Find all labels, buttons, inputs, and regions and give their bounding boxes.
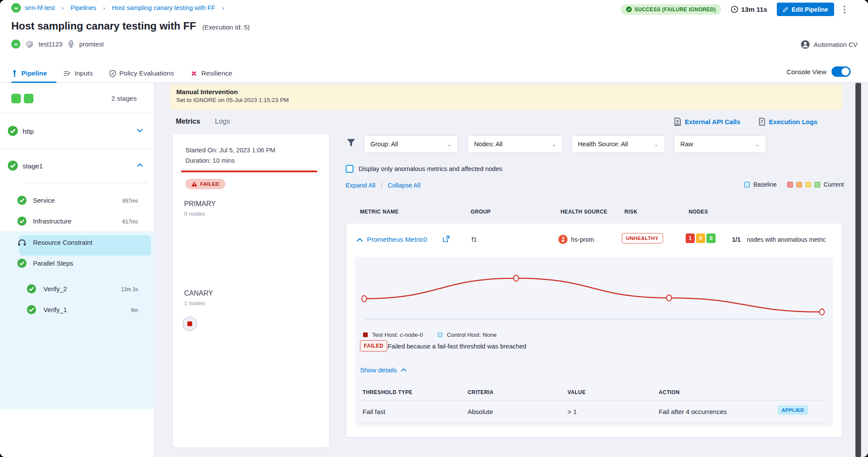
pipeline-icon (11, 70, 18, 77)
verification-duration: Duration: 10 mins (185, 155, 235, 166)
applied-badge: APPLIED (778, 405, 808, 415)
threshold-row: Fail fast Absolute > 1 Fail after 4 occu… (355, 400, 833, 423)
anomalous-only-label: Display only anomalous metrics and affec… (359, 165, 502, 172)
progress-bar-failed (181, 171, 317, 172)
nodes-filter-dropdown[interactable]: Nodes: All⌄ (468, 135, 563, 153)
sidebar-stage-stage1[interactable]: stage1 (0, 148, 155, 183)
health-source-filter-dropdown[interactable]: Health Source: All⌄ (571, 135, 665, 153)
triggered-by: Automation CV (801, 40, 858, 49)
more-options-menu-icon[interactable] (844, 6, 845, 13)
sidebar-step-resource-constraint[interactable]: Resource Constraint (0, 233, 155, 253)
collapse-metric-chevron-up-icon[interactable] (356, 238, 363, 242)
tab-resilience[interactable]: Resilience (190, 64, 232, 83)
chevron-down-icon: ⌄ (654, 141, 659, 148)
expand-all-link[interactable]: Expand All (346, 182, 376, 189)
anomalous-only-checkbox[interactable] (346, 165, 353, 173)
show-details-toggle[interactable]: Show details (360, 366, 406, 374)
harness-logo-icon: ∞ (11, 39, 20, 49)
tab-metrics[interactable]: Metrics (176, 118, 200, 125)
primary-label: PRIMARY (184, 200, 216, 208)
value-cell: > 1 (568, 408, 577, 415)
data-mode-dropdown[interactable]: Raw⌄ (674, 135, 766, 153)
canary-node-count: 1 nodes (184, 300, 205, 306)
breadcrumb-pipelines[interactable]: Pipelines (71, 4, 96, 11)
control-host-legend: Control Host: None (447, 332, 497, 338)
test-host-legend: Test Host: c-node-0 (372, 332, 423, 338)
tab-inputs[interactable]: Inputs (63, 64, 92, 83)
page-title: Host sampling canary testing with FF (Ex… (11, 20, 250, 32)
step-label: Verify_1 (43, 306, 67, 313)
baseline-legend-swatch (744, 182, 750, 187)
sidebar-step-verify-2[interactable]: Verify_2 13m 3s (0, 279, 155, 299)
breadcrumb-separator: › (62, 5, 63, 11)
banner-subtitle: Set to IGNORE on 05-Jul-2023 1:15:23 PM (176, 97, 836, 103)
execution-sidebar: 2 stages http stage1 Service 857ms Infra… (0, 83, 155, 457)
vertical-scrollbar[interactable] (855, 83, 861, 457)
col-threshold-type: THRESHOLD TYPE (363, 389, 413, 395)
console-view-label: Console View (787, 68, 826, 76)
metric-name-link[interactable]: Prometheus Metric0 (367, 236, 427, 243)
manual-intervention-banner: Manual Intervention Set to IGNORE on 05-… (170, 84, 842, 110)
col-group: GROUP (471, 209, 491, 215)
col-nodes: NODES (689, 209, 708, 215)
chevron-down-icon: ⌄ (755, 141, 760, 148)
verification-status-pill: FAILED (185, 179, 225, 189)
api-document-icon: API (674, 118, 681, 126)
console-view-toggle[interactable] (832, 66, 851, 77)
baseline-legend-label: Baseline (753, 181, 777, 188)
filter-funnel-icon[interactable] (347, 138, 356, 148)
collapse-all-link[interactable]: Collapse All (388, 182, 421, 189)
sidebar-stage-http[interactable]: http (0, 113, 155, 148)
col-value: VALUE (568, 389, 586, 395)
external-link-icon[interactable] (443, 236, 449, 242)
expand-collapse-controls: Expand All | Collapse All (346, 181, 420, 189)
header-actions: SUCCESS (FAILURE IGNORED) 13m 11s Edit P… (621, 3, 845, 16)
tab-logs[interactable]: Logs (215, 118, 230, 125)
step-duration: 13m 3s (121, 286, 138, 293)
col-metric-name: METRIC NAME (360, 209, 399, 215)
prometheus-icon (558, 235, 568, 244)
step-label: Service (33, 197, 55, 204)
stage-label: stage1 (23, 162, 43, 170)
group-filter-dropdown[interactable]: Group: All⌄ (364, 135, 458, 153)
tab-pipeline[interactable]: Pipeline (11, 64, 47, 83)
environment-name: promtest (79, 41, 104, 48)
external-api-calls-link[interactable]: API External API Calls (674, 118, 740, 126)
metric-group: f1 (472, 236, 477, 243)
breadcrumb-separator: › (103, 5, 105, 11)
sidebar-step-service[interactable]: Service 857ms (0, 191, 155, 210)
analysis-failed-badge: FAILED (360, 340, 387, 352)
node-count-green: 0 (706, 233, 716, 243)
sidebar-step-infrastructure[interactable]: Infrastructure 617ms (0, 211, 155, 231)
step-label: Verify_2 (43, 285, 67, 293)
environment-icon (68, 40, 74, 48)
status-badge: SUCCESS (FAILURE IGNORED) (621, 4, 721, 15)
main-tabs: Pipeline Inputs Policy Evaluations Resil… (11, 64, 232, 83)
chevron-up-icon (401, 368, 406, 372)
tab-policy-evaluations[interactable]: Policy Evaluations (109, 64, 174, 83)
verification-summary-card: Started On: Jul 5, 2023 1:06 PM Duration… (173, 134, 329, 447)
health-source-name: hs-prom (571, 236, 594, 243)
current-yellow-swatch (805, 182, 811, 187)
step-label: Infrastructure (33, 217, 71, 225)
metric-card: Prometheus Metric0 f1 hs-prom UNHEALTHY … (347, 224, 842, 437)
sidebar-step-parallel-steps[interactable]: Parallel Steps (0, 253, 155, 273)
sidebar-step-verify-1[interactable]: Verify_1 9m (0, 300, 155, 320)
execution-logs-link[interactable]: Execution Logs (759, 118, 818, 126)
node-risk-counts: 1 0 0 (686, 233, 716, 243)
user-name: Automation CV (814, 41, 858, 48)
breadcrumb-project[interactable]: srm-hf-test (25, 4, 55, 11)
harness-logo-icon: ∞ (11, 3, 21, 13)
current-green-swatch (815, 182, 820, 187)
canary-node-hexagon[interactable] (182, 316, 198, 332)
edit-pipeline-button[interactable]: Edit Pipeline (777, 3, 834, 16)
breadcrumb-pipeline-name[interactable]: Host sampling canary testing with FF (112, 4, 215, 11)
clock-icon (731, 6, 738, 13)
action-cell: Fail after 4 occurrences (659, 408, 727, 415)
chart-markers (362, 275, 824, 315)
step-duration: 617ms (122, 219, 138, 225)
started-on: Started On: Jul 5, 2023 1:06 PM (185, 145, 275, 155)
col-action: ACTION (659, 389, 680, 395)
primary-node-count: 0 nodes (184, 210, 205, 217)
metric-detail-panel: Test Host: c-node-0 Control Host: None F… (355, 257, 833, 427)
